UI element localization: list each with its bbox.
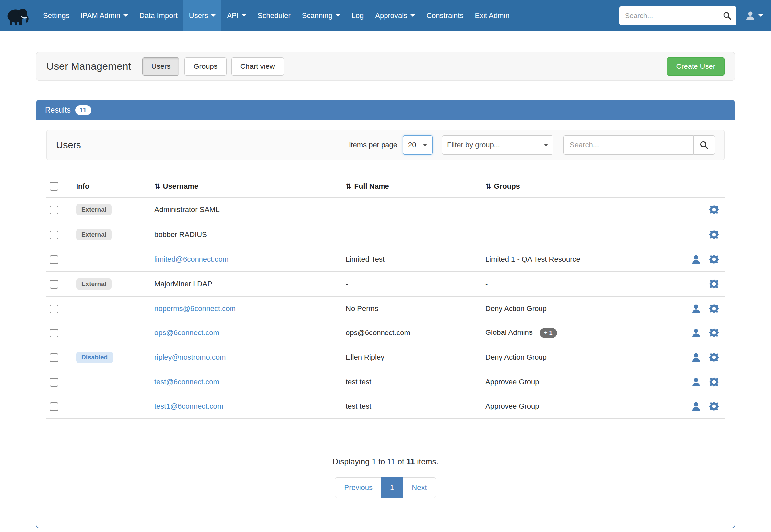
column-groups[interactable]: ⇅Groups — [482, 175, 668, 198]
select-all-checkbox[interactable] — [50, 182, 58, 191]
username-link[interactable]: ripley@nostromo.com — [154, 353, 225, 361]
gear-icon[interactable] — [709, 352, 719, 363]
user-permissions-icon[interactable] — [691, 401, 702, 412]
row-checkbox[interactable] — [50, 402, 58, 411]
full-name-text: - — [345, 205, 348, 214]
full-name-text: No Perms — [345, 304, 378, 313]
user-permissions-icon[interactable] — [691, 352, 702, 363]
column-username[interactable]: ⇅Username — [151, 175, 342, 198]
table-row: limited@6connect.com Limited Test Limite… — [46, 247, 725, 272]
gear-icon[interactable] — [709, 204, 719, 215]
gear-icon[interactable] — [709, 279, 719, 289]
username-link[interactable]: ops@6connect.com — [154, 329, 219, 337]
gear-icon[interactable] — [709, 303, 719, 314]
nav-item-api[interactable]: API — [221, 0, 252, 31]
groups-text: Approvee Group — [485, 402, 539, 410]
top-navbar: SettingsIPAM AdminData ImportUsersAPISch… — [0, 0, 771, 31]
user-permissions-icon[interactable] — [691, 303, 702, 314]
magnifier-icon — [700, 140, 709, 150]
table-search-input[interactable] — [564, 135, 693, 155]
user-permissions-icon[interactable] — [691, 328, 702, 338]
chevron-down-icon — [242, 14, 246, 17]
nav-item-exit-admin[interactable]: Exit Admin — [469, 0, 515, 31]
groups-text: Deny Action Group — [485, 304, 547, 313]
gear-icon[interactable] — [709, 254, 719, 265]
tab-chart-view[interactable]: Chart view — [231, 57, 284, 76]
items-per-page-label: items per page — [349, 141, 398, 149]
filter-placeholder: Filter by group... — [447, 141, 500, 149]
groups-text: Deny Action Group — [485, 353, 547, 361]
row-checkbox[interactable] — [50, 280, 58, 289]
row-checkbox[interactable] — [50, 329, 58, 337]
column-full-name[interactable]: ⇅Full Name — [342, 175, 482, 198]
column-info: Info — [73, 175, 151, 198]
nav-item-settings[interactable]: Settings — [37, 0, 75, 31]
groups-text: - — [485, 205, 488, 214]
account-menu[interactable] — [745, 10, 763, 21]
status-badge: External — [76, 229, 112, 240]
navbar-search-button[interactable] — [717, 6, 736, 25]
full-name-text: - — [345, 230, 348, 239]
chevron-down-icon — [544, 144, 549, 146]
display-summary: Displaying 1 to 11 of 11 items. — [46, 457, 725, 466]
gear-icon[interactable] — [709, 401, 719, 412]
sort-icon: ⇅ — [345, 182, 351, 190]
row-checkbox[interactable] — [50, 378, 58, 387]
row-checkbox[interactable] — [50, 206, 58, 214]
nav-item-label: API — [227, 11, 238, 20]
nav-item-scanning[interactable]: Scanning — [296, 0, 346, 31]
username-text: bobber RADIUS — [154, 230, 207, 239]
row-checkbox[interactable] — [50, 255, 58, 264]
nav-item-label: Settings — [43, 11, 69, 20]
pagination-previous[interactable]: Previous — [335, 477, 381, 498]
nav-item-constraints[interactable]: Constraints — [421, 0, 469, 31]
gear-icon[interactable] — [709, 229, 719, 240]
nav-item-label: IPAM Admin — [81, 11, 120, 20]
tab-groups[interactable]: Groups — [184, 57, 226, 76]
pagination-next[interactable]: Next — [403, 477, 436, 498]
user-permissions-icon[interactable] — [691, 377, 702, 387]
navbar-menu: SettingsIPAM AdminData ImportUsersAPISch… — [37, 0, 515, 31]
username-link[interactable]: noperms@6connect.com — [154, 304, 236, 313]
user-permissions-icon[interactable] — [691, 254, 702, 265]
full-name-text: ops@6connect.com — [345, 329, 411, 337]
nav-item-log[interactable]: Log — [346, 0, 369, 31]
full-name-text: Limited Test — [345, 255, 384, 263]
username-link[interactable]: limited@6connect.com — [154, 255, 228, 263]
tab-users[interactable]: Users — [142, 57, 179, 76]
nav-item-users[interactable]: Users — [183, 0, 221, 31]
nav-item-label: Users — [189, 11, 208, 20]
items-per-page-value: 20 — [408, 141, 416, 149]
table-row: ops@6connect.com ops@6connect.com Global… — [46, 321, 725, 345]
nav-item-approvals[interactable]: Approvals — [369, 0, 421, 31]
groups-text: Global Admins — [485, 328, 533, 336]
username-link[interactable]: test1@6connect.com — [154, 402, 223, 410]
username-link[interactable]: test@6connect.com — [154, 378, 219, 386]
nav-item-label: Exit Admin — [475, 11, 509, 20]
row-checkbox[interactable] — [50, 305, 58, 313]
users-table: Info ⇅Username ⇅Full Name ⇅Groups Extern… — [46, 175, 725, 419]
chevron-down-icon — [411, 14, 415, 17]
table-search-button[interactable] — [693, 135, 715, 155]
gear-icon[interactable] — [709, 377, 719, 387]
navbar-search-input[interactable] — [619, 6, 717, 25]
sort-icon: ⇅ — [154, 182, 160, 190]
nav-item-label: Scheduler — [258, 11, 291, 20]
nav-item-scheduler[interactable]: Scheduler — [252, 0, 296, 31]
filter-by-group-select[interactable]: Filter by group... — [442, 135, 554, 155]
nav-item-ipam-admin[interactable]: IPAM Admin — [75, 0, 134, 31]
nav-item-data-import[interactable]: Data Import — [134, 0, 183, 31]
row-checkbox[interactable] — [50, 353, 58, 362]
table-toolbar: Users items per page 20 Filter by group.… — [46, 130, 725, 160]
chevron-down-icon — [335, 14, 340, 17]
mammoth-logo[interactable] — [5, 3, 30, 28]
create-user-button[interactable]: Create User — [667, 57, 725, 76]
nav-item-label: Data Import — [139, 11, 178, 20]
nav-item-label: Log — [351, 11, 364, 20]
gear-icon[interactable] — [709, 328, 719, 338]
items-per-page-select[interactable]: 20 — [403, 135, 433, 155]
nav-item-label: Scanning — [302, 11, 332, 20]
pagination-page-1[interactable]: 1 — [381, 477, 403, 498]
magnifier-icon — [723, 11, 731, 20]
row-checkbox[interactable] — [50, 231, 58, 239]
